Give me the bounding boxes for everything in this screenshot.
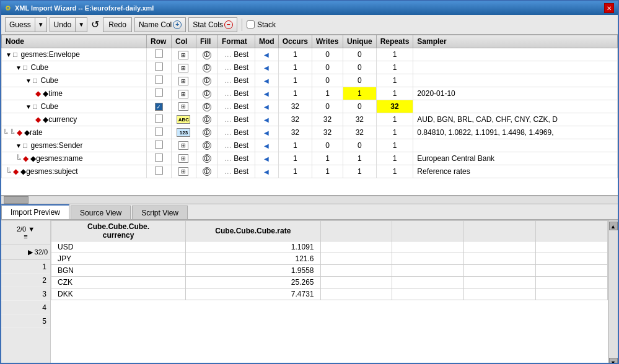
bottom-section: Import Preview Source View Script View 2… — [1, 204, 618, 363]
undo-button-group: Undo ▼ — [50, 17, 88, 32]
toolbar-separator — [242, 19, 242, 31]
table-row[interactable]: ▼□ gesmes:Envelope ⊞ ⓘ … Best ◀ 1 0 0 1 — [2, 48, 618, 61]
tab-script-view[interactable]: Script View — [132, 206, 188, 219]
stack-checkbox-label[interactable]: Stack — [247, 20, 276, 29]
row-checkbox[interactable] — [155, 128, 163, 136]
header-writes: Writes — [312, 35, 343, 48]
table-row[interactable]: ▼□ Cube ⊞ ⓘ … Best ◀ 1 0 0 1 — [2, 61, 618, 74]
preview-col-header-rate: Cube.Cube.Cube.rate — [186, 221, 320, 241]
preview-data-row: CZK 25.265 — [51, 277, 608, 288]
fill-icon: ⓘ — [203, 103, 211, 111]
expand-icon[interactable]: ▼ — [25, 103, 32, 110]
col-icon: ⊞ — [178, 90, 188, 98]
preview-scrollbar-v[interactable]: ▲ ▼ — [608, 220, 618, 363]
row-checkbox[interactable] — [155, 103, 163, 111]
preview-cell-currency-4: CZK — [51, 277, 186, 288]
mod-arrow: ◀ — [264, 103, 269, 110]
preview-cell-rate-3: 1.9558 — [186, 265, 320, 277]
guess-button[interactable]: Guess — [5, 17, 35, 32]
toolbar: Guess ▼ Undo ▼ ↺ Redo Name Col + Stat Co… — [1, 15, 618, 35]
row-checkbox[interactable] — [155, 76, 163, 84]
preview-cell-rate-4: 25.265 — [186, 277, 320, 288]
tree-table-container[interactable]: Node Row Col Fill Format Mod Occurs Writ… — [1, 35, 618, 196]
name-col-button[interactable]: Name Col + — [134, 17, 186, 32]
window-title: XML Import Wizard -- E:\eurofxref-daily.… — [15, 4, 154, 12]
fill-icon: ⓘ — [203, 154, 211, 163]
mod-arrow: ◀ — [264, 90, 269, 97]
col-icon: ⊞ — [178, 154, 188, 163]
col-icon-123: 123 — [177, 128, 190, 137]
row-checkbox[interactable] — [155, 115, 163, 123]
preview-table: Cube.Cube.Cube. currency Cube.Cube.Cube.… — [51, 220, 608, 300]
undo-button[interactable]: Undo — [50, 17, 76, 32]
name-col-label: Name Col — [139, 20, 172, 29]
preview-data-area[interactable]: Cube.Cube.Cube. currency Cube.Cube.Cube.… — [51, 220, 608, 363]
header-sampler: Sampler — [413, 35, 618, 48]
preview-data-row: DKK 7.4731 — [51, 288, 608, 300]
tabs-bar: Import Preview Source View Script View — [1, 204, 618, 220]
mod-arrow: ◀ — [264, 51, 269, 58]
mod-arrow: ◀ — [264, 77, 269, 84]
mod-arrow: ◀ — [264, 129, 269, 136]
table-row[interactable]: ◆ ◆time ⊞ ⓘ … Best ◀ 1 1 1 1 2020-01-10 — [2, 87, 618, 100]
table-row[interactable]: ╚ ◆ ◆gesmes:name ⊞ ⓘ … Best ◀ 1 1 1 1 Eu… — [2, 152, 618, 165]
header-row: Row — [146, 35, 171, 48]
guess-button-group: Guess ▼ — [5, 17, 47, 32]
preview-col-empty1 — [320, 221, 392, 241]
guess-dropdown-arrow[interactable]: ▼ — [35, 17, 47, 32]
row-checkbox[interactable] — [155, 63, 163, 71]
redo-arrow-left[interactable]: ↺ — [91, 19, 99, 30]
undo-dropdown-arrow[interactable]: ▼ — [75, 17, 87, 32]
expand-icon[interactable]: ▼ — [25, 77, 32, 84]
redo-button[interactable]: Redo — [103, 17, 132, 32]
expand-icon[interactable]: ▼ — [15, 64, 22, 71]
header-mod: Mod — [255, 35, 278, 48]
table-row[interactable]: ╚ ╚ ◆ ◆rate 123 ⓘ … Best ◀ 32 32 32 1 0.… — [2, 126, 618, 139]
tree-scrollbar-h[interactable] — [1, 196, 618, 204]
tab-source-view[interactable]: Source View — [71, 206, 131, 219]
preview-data-row: BGN 1.9558 — [51, 265, 608, 277]
mod-arrow: ◀ — [264, 168, 269, 175]
stat-cols-button[interactable]: Stat Cols − — [188, 17, 237, 32]
fill-icon: ⓘ — [203, 90, 211, 98]
expand-icon[interactable]: ▼ — [15, 142, 22, 149]
preview-cell-currency-2: JPY — [51, 253, 186, 265]
preview-row-label: ▶ 32/0 — [28, 248, 48, 256]
row-checkbox[interactable] — [155, 141, 163, 149]
table-row[interactable]: ▼□ Cube ⊞ ⓘ … Best ◀ 1 0 0 1 — [2, 74, 618, 87]
table-row[interactable]: ╚ ◆ ◆gesmes:subject ⊞ ⓘ … Best ◀ 1 1 1 1… — [2, 165, 618, 178]
close-button[interactable]: ✕ — [604, 3, 614, 13]
row-checkbox[interactable] — [155, 89, 163, 97]
main-window: ⚙ XML Import Wizard -- E:\eurofxref-dail… — [0, 0, 619, 364]
expand-icon[interactable]: ▼ — [6, 51, 12, 58]
table-row[interactable]: ▼□ gesmes:Sender ⊞ ⓘ … Best ◀ 1 0 0 1 — [2, 139, 618, 152]
preview-cell-currency-3: BGN — [51, 265, 186, 277]
stat-cols-label: Stat Cols — [193, 20, 223, 29]
preview-cell-rate-2: 121.6 — [186, 253, 320, 265]
mod-arrow: ◀ — [264, 116, 269, 123]
header-format: Format — [217, 35, 255, 48]
row-checkbox[interactable] — [155, 50, 163, 58]
preview-top-label: 2/0 ▼ — [17, 225, 35, 233]
preview-cell-currency-1: USD — [51, 241, 186, 253]
header-unique: Unique — [343, 35, 377, 48]
content-area: Node Row Col Fill Format Mod Occurs Writ… — [1, 35, 618, 363]
row-checkbox[interactable] — [155, 154, 163, 162]
preview-data-row: JPY 121.6 — [51, 253, 608, 265]
table-row[interactable]: ▼□ Cube ⊞ ⓘ … Best ◀ 32 0 0 32 — [2, 100, 618, 113]
tab-import-preview[interactable]: Import Preview — [1, 204, 69, 219]
col-icon: ⊞ — [178, 141, 188, 150]
mod-arrow: ◀ — [264, 64, 269, 71]
preview-col-empty4 — [536, 221, 608, 241]
row-checkbox[interactable] — [155, 167, 163, 175]
header-col: Col — [171, 35, 196, 48]
table-row[interactable]: ◆ ◆currency ABC ⓘ … Best ◀ 32 32 32 1 AU… — [2, 113, 618, 126]
fill-icon: ⓘ — [203, 64, 211, 72]
preview-top-left: 2/0 ▼ ≡ — [1, 220, 50, 245]
fill-icon: ⓘ — [203, 167, 211, 176]
preview-top-icon: ≡ — [24, 233, 27, 240]
mod-arrow: ◀ — [264, 155, 269, 162]
header-fill: Fill — [196, 35, 217, 48]
stack-checkbox[interactable] — [247, 20, 255, 28]
stack-label: Stack — [257, 20, 276, 29]
